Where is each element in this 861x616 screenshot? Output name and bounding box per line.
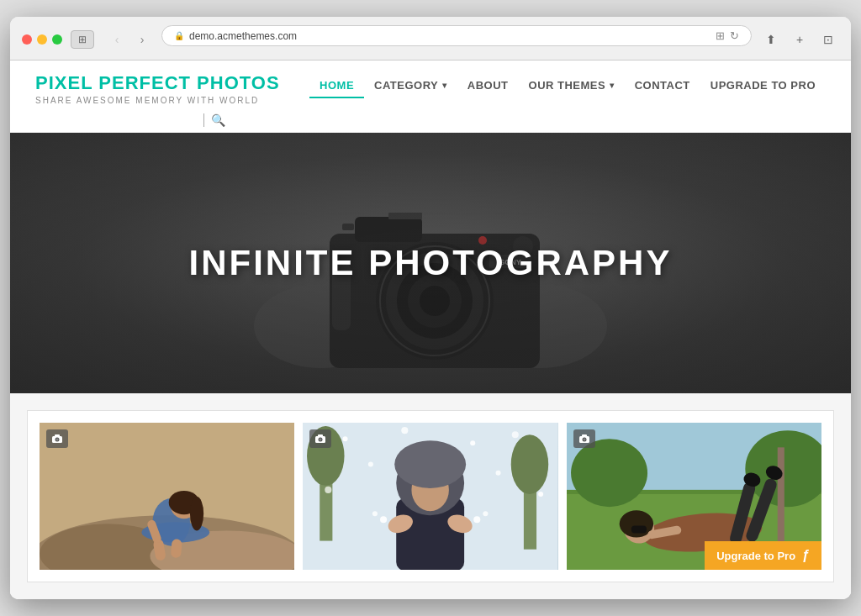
share-button[interactable]: ⬆ bbox=[760, 30, 782, 49]
nav-about[interactable]: ABOUT bbox=[457, 72, 519, 98]
nav-our-themes[interactable]: OUR THEMES bbox=[519, 72, 625, 98]
svg-point-42 bbox=[368, 462, 373, 467]
site-nav: HOME CATEGORY ABOUT OUR THEMES CONTACT U… bbox=[309, 72, 826, 98]
photo-image-1 bbox=[40, 423, 294, 570]
website-content: PIXEL PERFECT PHOTOS SHARE AWESOME MEMOR… bbox=[10, 61, 851, 599]
browser-chrome: ⊞ ‹ › 🔒 demo.acmethemes.com ⊞ ↻ ⬆ + ⊡ bbox=[10, 17, 851, 61]
svg-point-46 bbox=[538, 492, 543, 497]
svg-point-65 bbox=[571, 439, 647, 507]
sidebar-button[interactable]: ⊡ bbox=[817, 30, 839, 49]
svg-rect-75 bbox=[631, 525, 646, 533]
photo-grid-container: Upgrade to Pro ƒ bbox=[27, 410, 834, 582]
svg-point-45 bbox=[325, 487, 332, 493]
minimize-button[interactable] bbox=[37, 34, 47, 45]
photo-grid-section: Upgrade to Pro ƒ bbox=[10, 393, 851, 599]
photo-card-1[interactable] bbox=[40, 423, 294, 570]
photo-card-2[interactable] bbox=[303, 423, 557, 570]
photo-camera-icon-2 bbox=[309, 429, 331, 448]
svg-point-61 bbox=[320, 439, 322, 441]
nav-home[interactable]: HOME bbox=[309, 72, 364, 98]
photo-image-2 bbox=[303, 423, 557, 570]
svg-point-39 bbox=[402, 427, 409, 434]
svg-point-25 bbox=[190, 497, 203, 530]
back-button[interactable]: ‹ bbox=[106, 30, 128, 49]
maximize-button[interactable] bbox=[52, 34, 62, 45]
svg-point-54 bbox=[380, 516, 387, 523]
nav-category[interactable]: CATEGORY bbox=[364, 72, 457, 98]
url-text: demo.acmethemes.com bbox=[189, 30, 297, 42]
svg-point-57 bbox=[483, 511, 489, 516]
svg-rect-30 bbox=[55, 434, 60, 437]
header-top: PIXEL PERFECT PHOTOS SHARE AWESOME MEMOR… bbox=[35, 72, 826, 105]
address-bar[interactable]: 🔒 demo.acmethemes.com ⊞ ↻ bbox=[161, 25, 752, 46]
new-tab-button[interactable]: + bbox=[789, 30, 811, 49]
reload-icon[interactable]: ↻ bbox=[730, 29, 739, 42]
search-row: 🔍 bbox=[35, 108, 826, 132]
browser-actions: ⬆ + ⊡ bbox=[760, 30, 839, 49]
svg-point-51 bbox=[395, 440, 467, 488]
svg-point-80 bbox=[583, 439, 585, 441]
svg-point-41 bbox=[512, 431, 519, 438]
reader-icon[interactable]: ⊞ bbox=[716, 29, 725, 42]
svg-point-37 bbox=[511, 434, 548, 494]
hero-title: INFINITE PHOTOGRAPHY bbox=[189, 243, 673, 283]
upgrade-label: Upgrade to Pro bbox=[716, 550, 795, 562]
close-button[interactable] bbox=[22, 34, 32, 45]
site-tagline: SHARE AWESOME MEMORY WITH WORLD bbox=[35, 96, 280, 105]
site-header: PIXEL PERFECT PHOTOS SHARE AWESOME MEMOR… bbox=[10, 61, 851, 133]
photo-card-3[interactable]: Upgrade to Pro ƒ bbox=[567, 423, 821, 570]
nav-contact[interactable]: CONTACT bbox=[625, 72, 700, 98]
browser-nav-buttons: ‹ › bbox=[106, 30, 153, 49]
upgrade-arrow-icon: ƒ bbox=[802, 548, 810, 563]
browser-titlebar: ⊞ ‹ › 🔒 demo.acmethemes.com ⊞ ↻ ⬆ + ⊡ bbox=[22, 25, 839, 53]
svg-point-38 bbox=[343, 436, 348, 441]
svg-rect-59 bbox=[318, 434, 323, 437]
upgrade-banner[interactable]: Upgrade to Pro ƒ bbox=[705, 541, 821, 570]
search-divider bbox=[203, 113, 204, 127]
svg-rect-78 bbox=[582, 434, 587, 437]
browser-window: ⊞ ‹ › 🔒 demo.acmethemes.com ⊞ ↻ ⬆ + ⊡ bbox=[10, 17, 851, 599]
forward-button[interactable]: › bbox=[131, 30, 153, 49]
site-branding: PIXEL PERFECT PHOTOS SHARE AWESOME MEMOR… bbox=[35, 72, 280, 105]
nav-upgrade[interactable]: UPGRADE TO PRO bbox=[700, 72, 826, 98]
hero-section: SONY INFINITE PHOTOGRAPHY bbox=[10, 133, 851, 393]
svg-point-55 bbox=[372, 511, 378, 516]
site-title: PIXEL PERFECT PHOTOS bbox=[35, 72, 280, 94]
search-icon[interactable]: 🔍 bbox=[211, 113, 225, 127]
browser-dots bbox=[22, 34, 62, 45]
svg-point-44 bbox=[496, 471, 501, 476]
svg-point-40 bbox=[471, 440, 476, 445]
lock-icon: 🔒 bbox=[174, 31, 184, 40]
photo-camera-icon-3 bbox=[573, 429, 595, 448]
photo-camera-icon-1 bbox=[46, 429, 68, 448]
tab-overview-button[interactable]: ⊞ bbox=[71, 30, 94, 49]
svg-point-56 bbox=[474, 516, 481, 523]
svg-point-32 bbox=[56, 439, 59, 441]
